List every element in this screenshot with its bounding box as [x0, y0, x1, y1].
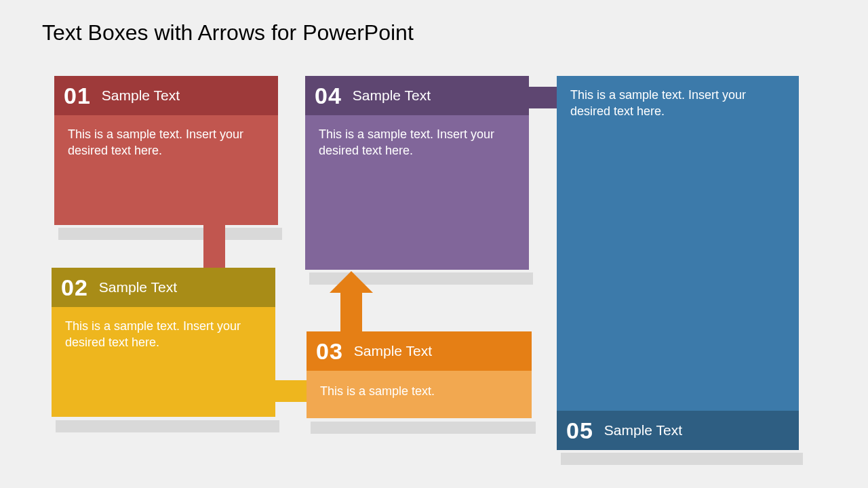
text-box-4-body: This is a sample text. Insert your desir…	[305, 115, 529, 270]
box-title: Sample Text	[353, 87, 431, 104]
box-number: 05	[566, 418, 593, 444]
box-3-shadow	[311, 422, 536, 434]
box-2-shadow	[56, 420, 279, 432]
box-number: 04	[315, 83, 342, 109]
arrow-up-head-icon	[330, 271, 373, 293]
text-box-4: 04 Sample Text This is a sample text. In…	[305, 76, 529, 270]
box-title: Sample Text	[102, 87, 180, 104]
text-box-5-header: 05 Sample Text	[557, 411, 799, 450]
box-title: Sample Text	[99, 279, 177, 296]
text-box-2: 02 Sample Text This is a sample text. In…	[52, 268, 275, 417]
text-box-5: This is a sample text. Insert your desir…	[557, 76, 799, 450]
box-1-shadow	[58, 228, 282, 240]
text-box-3-header: 03 Sample Text	[307, 331, 532, 371]
arrow-up-icon	[340, 291, 362, 333]
slide-title: Text Boxes with Arrows for PowerPoint	[42, 20, 414, 45]
box-title: Sample Text	[604, 422, 682, 439]
text-box-1-header: 01 Sample Text	[54, 76, 278, 115]
box-number: 03	[316, 338, 343, 365]
text-box-1: 01 Sample Text This is a sample text. In…	[54, 76, 278, 225]
text-box-3-body: This is a sample text.	[307, 371, 532, 418]
box-5-shadow	[561, 453, 803, 465]
box-title: Sample Text	[354, 343, 432, 359]
text-box-3: 03 Sample Text This is a sample text.	[307, 331, 532, 418]
box-number: 02	[61, 274, 88, 301]
text-box-5-body: This is a sample text. Insert your desir…	[557, 76, 799, 411]
text-box-1-body: This is a sample text. Insert your desir…	[54, 115, 278, 225]
text-box-4-header: 04 Sample Text	[305, 76, 529, 115]
text-box-2-body: This is a sample text. Insert your desir…	[52, 307, 275, 417]
text-box-2-header: 02 Sample Text	[52, 268, 275, 307]
box-number: 01	[64, 83, 91, 109]
